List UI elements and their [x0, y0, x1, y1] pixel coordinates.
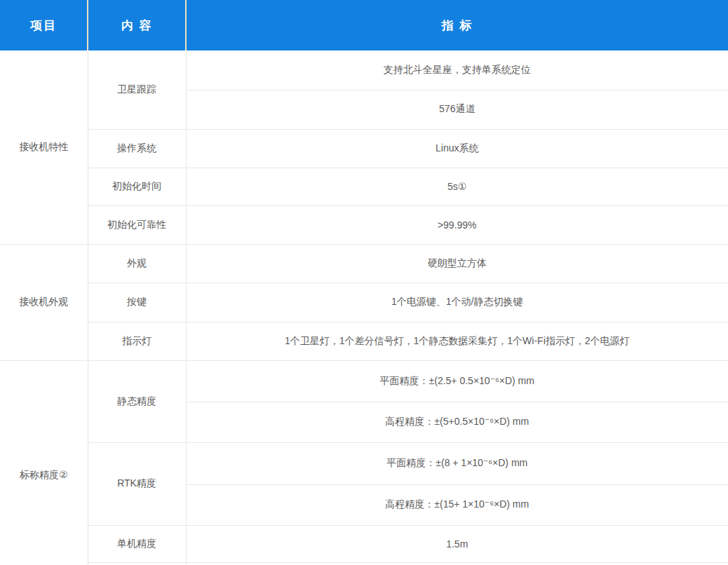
table-row: 接收机外观 外观 硬朗型立方体: [0, 244, 728, 282]
table-row: 单机精度 1.5m: [0, 525, 728, 562]
spec-cell-channels: 576通道: [186, 90, 728, 129]
header-cell-item: 项目: [0, 0, 88, 50]
spec-cell-init-time: 5s①: [186, 168, 728, 205]
table-row: 初始化可靠性 >99.99%: [0, 205, 728, 244]
table-header-row: 项目 内 容 指 标: [0, 0, 728, 50]
spec-cell-os: Linux系统: [186, 129, 728, 168]
content-cell-os: 操作系统: [88, 129, 186, 168]
group-cell-nominal-accuracy: 标称精度②: [0, 360, 88, 565]
spec-page: 项目 内 容 指 标 接收机特性 卫星跟踪 支持北斗全星座，支持单系统定位 57…: [0, 0, 728, 565]
content-cell-init-time: 初始化时间: [88, 168, 186, 205]
table-row-clipped: [0, 562, 728, 565]
spec-cell-clipped: [186, 562, 728, 565]
table-row: 接收机特性 卫星跟踪 支持北斗全星座，支持单系统定位: [0, 50, 728, 90]
table-row: 按键 1个电源键、1个动/静态切换键: [0, 282, 728, 322]
spec-cell-static-height: 高程精度：±(5+0.5×10⁻⁶×D) mm: [186, 402, 728, 442]
content-cell-appearance: 外观: [88, 244, 186, 282]
content-cell-static-accuracy: 静态精度: [88, 360, 186, 442]
table-row: RTK精度 平面精度：±(8 + 1×10⁻⁶×D) mm: [0, 442, 728, 484]
group-cell-receiver-appearance: 接收机外观: [0, 244, 88, 360]
table-row: 操作系统 Linux系统: [0, 129, 728, 168]
header-cell-content: 内 容: [88, 0, 186, 50]
content-cell-satellite-tracking: 卫星跟踪: [88, 50, 186, 129]
table-row: 标称精度② 静态精度 平面精度：±(2.5+ 0.5×10⁻⁶×D) mm: [0, 360, 728, 402]
spec-cell-buttons: 1个电源键、1个动/静态切换键: [186, 282, 728, 322]
spec-cell-constellation-support: 支持北斗全星座，支持单系统定位: [186, 50, 728, 90]
spec-table: 项目 内 容 指 标 接收机特性 卫星跟踪 支持北斗全星座，支持单系统定位 57…: [0, 0, 728, 565]
spec-cell-indicator-lights: 1个卫星灯，1个差分信号灯，1个静态数据采集灯，1个Wi-Fi指示灯，2个电源灯: [186, 322, 728, 360]
spec-cell-rtk-height: 高程精度：±(15+ 1×10⁻⁶×D) mm: [186, 484, 728, 525]
spec-cell-rtk-plane: 平面精度：±(8 + 1×10⁻⁶×D) mm: [186, 442, 728, 484]
header-cell-spec: 指 标: [186, 0, 728, 50]
content-cell-clipped: [88, 562, 186, 565]
spec-cell-init-reliability: >99.99%: [186, 205, 728, 244]
group-cell-receiver-features: 接收机特性: [0, 50, 88, 244]
content-cell-init-reliability: 初始化可靠性: [88, 205, 186, 244]
content-cell-indicator-lights: 指示灯: [88, 322, 186, 360]
content-cell-standalone-accuracy: 单机精度: [88, 525, 186, 562]
table-row: 初始化时间 5s①: [0, 168, 728, 205]
spec-cell-standalone-accuracy: 1.5m: [186, 525, 728, 562]
spec-cell-appearance: 硬朗型立方体: [186, 244, 728, 282]
table-row: 指示灯 1个卫星灯，1个差分信号灯，1个静态数据采集灯，1个Wi-Fi指示灯，2…: [0, 322, 728, 360]
content-cell-rtk-accuracy: RTK精度: [88, 442, 186, 525]
content-cell-buttons: 按键: [88, 282, 186, 322]
spec-cell-static-plane: 平面精度：±(2.5+ 0.5×10⁻⁶×D) mm: [186, 360, 728, 402]
